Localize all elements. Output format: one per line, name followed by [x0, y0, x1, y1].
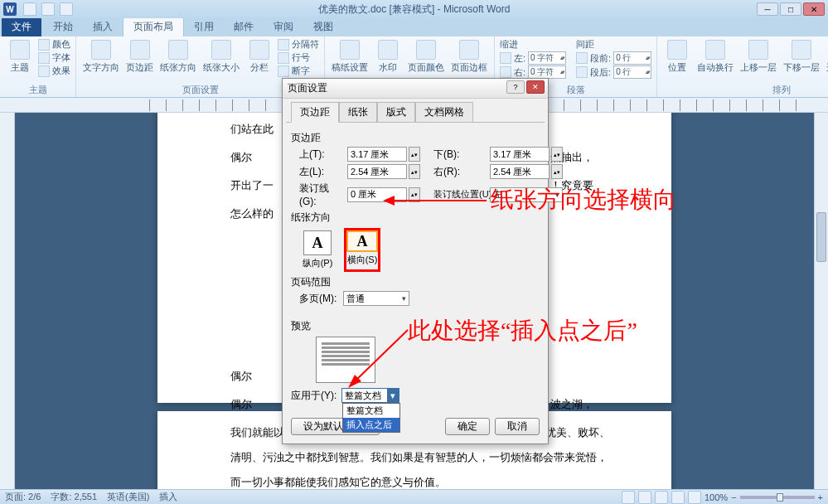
orientation-button[interactable]: 纸张方向	[158, 38, 198, 75]
vertical-scrollbar[interactable]	[814, 113, 828, 489]
doc-text: 波之湖，	[550, 395, 593, 415]
doc-text: 偶尔	[230, 395, 252, 415]
dialog-help-button[interactable]: ?	[506, 80, 525, 94]
zoom-out-button[interactable]: −	[731, 492, 736, 502]
status-insert-mode[interactable]: 插入	[159, 491, 177, 503]
tab-insert[interactable]: 插入	[83, 17, 123, 36]
tab-file[interactable]: 文件	[2, 17, 41, 36]
margin-right-input[interactable]: 2.54 厘米	[490, 164, 550, 179]
gutter-pos-select[interactable]: 左	[490, 187, 563, 202]
dialog-tab-layout[interactable]: 版式	[377, 102, 415, 123]
scrollbar-thumb[interactable]	[816, 212, 826, 262]
tab-page-layout[interactable]: 页面布局	[123, 17, 184, 36]
close-button[interactable]: ✕	[803, 2, 825, 16]
undo-icon[interactable]	[41, 2, 55, 16]
breaks-button[interactable]: 分隔符	[278, 38, 319, 51]
apply-to-dropdown: 整篇文档 插入点之后	[342, 403, 400, 433]
line-numbers-button[interactable]: 行号	[278, 51, 319, 64]
ok-button[interactable]: 确定	[445, 418, 490, 435]
manuscript-button[interactable]: 稿纸设置	[330, 38, 370, 75]
maximize-button[interactable]: □	[780, 2, 801, 16]
gutter-input[interactable]: 0 厘米	[347, 187, 407, 202]
orientation-portrait[interactable]: A 纵向(P)	[299, 228, 336, 272]
margin-top-input[interactable]: 3.17 厘米	[347, 147, 407, 162]
status-lang[interactable]: 英语(美国)	[107, 491, 149, 503]
theme-fonts[interactable]: 字体	[38, 51, 70, 64]
doc-text: 而一切小事都能使我们感知它的意义与价值。	[230, 472, 446, 489]
minimize-button[interactable]: ─	[757, 2, 778, 16]
zoom-level[interactable]: 100%	[705, 492, 728, 502]
text-direction-button[interactable]: 文字方向	[81, 38, 121, 75]
dialog-tab-margins[interactable]: 页边距	[291, 102, 339, 123]
zoom-slider-thumb[interactable]	[777, 493, 783, 502]
theme-effects[interactable]: 效果	[38, 65, 70, 77]
window-title: 优美的散文.doc [兼容模式] - Microsoft Word	[318, 2, 511, 17]
position-button[interactable]: 位置	[662, 38, 692, 75]
multi-pages-label: 多页(M):	[299, 292, 337, 306]
margin-left-input[interactable]: 2.54 厘米	[347, 164, 407, 179]
cancel-button[interactable]: 取消	[495, 418, 540, 435]
apply-to-option-after-insertion[interactable]: 插入点之后	[343, 418, 399, 432]
bring-forward-button[interactable]: 上移一层	[738, 38, 778, 75]
view-print-layout-icon[interactable]	[622, 491, 635, 504]
tab-home[interactable]: 开始	[43, 17, 83, 36]
size-button[interactable]: 纸张大小	[201, 38, 241, 75]
apply-to-option-whole[interactable]: 整篇文档	[343, 404, 399, 418]
watermark-button[interactable]: 水印	[373, 38, 403, 75]
status-words[interactable]: 字数: 2,551	[51, 491, 97, 503]
preview-thumbnail	[316, 337, 375, 383]
theme-colors[interactable]: 颜色	[38, 38, 70, 51]
margin-left-label: 左(L):	[299, 165, 346, 179]
dialog-titlebar[interactable]: 页面设置 ? ✕	[283, 79, 548, 99]
word-icon: W	[3, 2, 17, 16]
apply-to-label: 应用于(Y):	[291, 389, 337, 403]
send-backward-button[interactable]: 下移一层	[782, 38, 821, 75]
zoom-slider[interactable]	[740, 496, 815, 499]
space-before[interactable]: 段前:0 行	[576, 51, 651, 65]
margin-bottom-input[interactable]: 3.17 厘米	[490, 147, 550, 162]
dialog-tabs: 页边距 纸张 版式 文档网格	[286, 99, 545, 123]
margin-bottom-spinner[interactable]: ▴▾	[551, 147, 563, 162]
doc-text: 清明、污浊之中都找到智慧。我们如果是有智慧的人，一切烦恼都会带来觉悟，	[230, 448, 608, 468]
save-icon[interactable]	[23, 2, 36, 16]
doc-text: 偶尔	[230, 148, 252, 168]
ribbon-tabs: 文件 开始 插入 页面布局 引用 邮件 审阅 视图	[0, 18, 828, 36]
margin-top-label: 上(T):	[299, 148, 346, 162]
view-full-screen-icon[interactable]	[638, 491, 651, 504]
gutter-label: 装订线(G):	[299, 182, 346, 207]
margin-right-spinner[interactable]: ▴▾	[551, 164, 563, 179]
dialog-title: 页面设置	[288, 81, 327, 95]
zoom-in-button[interactable]: +	[818, 492, 823, 502]
vertical-ruler[interactable]	[0, 113, 15, 489]
redo-icon[interactable]	[60, 2, 73, 16]
view-web-icon[interactable]	[655, 491, 668, 504]
tab-view[interactable]: 视图	[303, 17, 343, 36]
dialog-tab-grid[interactable]: 文档网格	[415, 102, 473, 123]
columns-button[interactable]: 分栏	[245, 38, 274, 75]
page-color-button[interactable]: 页面颜色	[406, 38, 446, 75]
orientation-landscape[interactable]: A 横向(S)	[344, 228, 380, 272]
space-after[interactable]: 段后:0 行	[576, 65, 651, 79]
indent-left[interactable]: 左:0 字符	[500, 51, 566, 65]
multi-pages-select[interactable]: 普通	[343, 291, 409, 306]
margins-button[interactable]: 页边距	[124, 38, 155, 75]
tab-review[interactable]: 审阅	[264, 17, 303, 36]
dialog-tab-paper[interactable]: 纸张	[339, 102, 377, 123]
margin-top-spinner[interactable]: ▴▾	[409, 147, 420, 162]
tab-references[interactable]: 引用	[184, 17, 224, 36]
gutter-spinner[interactable]: ▴▾	[409, 187, 420, 202]
margin-left-spinner[interactable]: ▴▾	[409, 164, 420, 179]
wrap-text-button[interactable]: 自动换行	[695, 38, 735, 75]
indent-right[interactable]: 右:0 字符	[500, 65, 566, 79]
portrait-icon: A	[303, 230, 332, 255]
apply-to-select[interactable]: 整篇文档	[341, 388, 399, 403]
selection-pane-button[interactable]: 选择窗格	[825, 38, 828, 75]
view-draft-icon[interactable]	[688, 491, 701, 504]
view-outline-icon[interactable]	[671, 491, 685, 504]
tab-mailings[interactable]: 邮件	[224, 17, 264, 36]
hyphenation-button[interactable]: 断字	[278, 65, 319, 77]
page-borders-button[interactable]: 页面边框	[449, 38, 489, 75]
themes-button[interactable]: 主题	[5, 38, 35, 75]
dialog-close-button[interactable]: ✕	[526, 80, 545, 94]
status-page[interactable]: 页面: 2/6	[5, 491, 41, 503]
